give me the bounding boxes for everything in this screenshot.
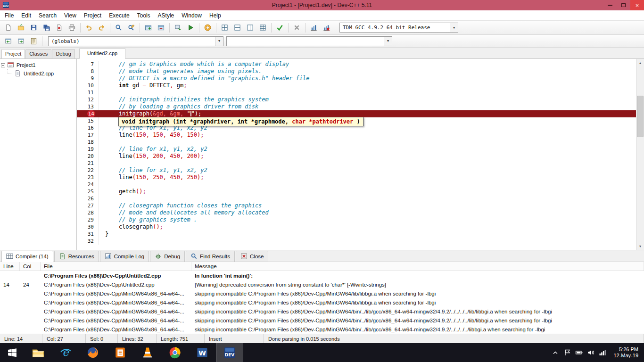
taskbar-app-word[interactable]: W: [189, 343, 216, 362]
save-button[interactable]: [27, 22, 40, 33]
menu-item-view[interactable]: View: [60, 11, 80, 20]
line-number-11[interactable]: 11: [77, 89, 99, 96]
line-number-22[interactable]: 22: [77, 167, 99, 174]
compiler-message-row-4[interactable]: C:\Program Files (x86)\Dev-Cpp\MinGW64\x…: [0, 298, 644, 307]
new-project-button[interactable]: [142, 22, 155, 33]
compiler-message-row-7[interactable]: C:\Program Files (x86)\Dev-Cpp\MinGW64\x…: [0, 325, 644, 334]
code-editor[interactable]: 7 // gm is Graphics mode which is a comp…: [77, 59, 636, 250]
editor-line-23[interactable]: 23 line(150, 250, 450, 250);: [77, 174, 636, 181]
redo-button[interactable]: [95, 22, 108, 33]
menu-item-window[interactable]: Window: [178, 11, 206, 20]
line-number-29[interactable]: 29: [77, 216, 99, 223]
code-text[interactable]: // initgraph initializes the graphics sy…: [103, 96, 269, 103]
breakpoint-marker[interactable]: 14: [87, 110, 95, 117]
battery-icon[interactable]: [575, 349, 583, 356]
compiler-profile-combo[interactable]: TDM-GCC 4.9.2 64-bit Release: [339, 23, 458, 33]
abort-compilation-button[interactable]: [290, 22, 303, 33]
line-number-20[interactable]: 20: [77, 153, 99, 160]
code-text[interactable]: // line for x1, y1, x2, y2: [103, 167, 207, 174]
taskbar-app-chrome[interactable]: [161, 343, 189, 362]
compiler-message-row-5[interactable]: C:\Program Files (x86)\Dev-Cpp\MinGW64\x…: [0, 307, 644, 316]
code-text[interactable]: }: [103, 230, 108, 238]
report-tab-compile-log[interactable]: Compile Log: [100, 251, 149, 262]
project-options-button[interactable]: [256, 22, 269, 33]
line-number-25[interactable]: 25: [77, 188, 99, 195]
editor-line-27[interactable]: 27 // closegraph function closes the gra…: [77, 202, 636, 209]
volume-icon[interactable]: [587, 349, 594, 356]
run-button[interactable]: [184, 22, 197, 33]
compile-and-run-button[interactable]: [201, 22, 214, 33]
editor-line-31[interactable]: 31}: [77, 230, 636, 238]
editor-line-9[interactable]: 9 // DETECT is a macro defined in "graph…: [77, 75, 636, 82]
code-text[interactable]: int gd = DETECT, gm;: [103, 82, 187, 89]
code-text[interactable]: initgraph(&gd, &gm, "");: [103, 110, 201, 117]
taskbar-app-dev-cpp[interactable]: DEV: [216, 343, 243, 362]
line-number-19[interactable]: 19: [77, 146, 99, 153]
line-number-30[interactable]: 30: [77, 223, 99, 230]
chevron-down-icon[interactable]: [384, 37, 392, 46]
close-button[interactable]: [630, 0, 644, 10]
taskbar-app-file-explorer[interactable]: [25, 343, 52, 362]
line-number-15[interactable]: 15: [77, 117, 99, 124]
chevron-down-icon[interactable]: [450, 23, 458, 32]
scroll-up-arrow[interactable]: [636, 59, 644, 66]
code-text[interactable]: [103, 160, 105, 167]
action-center-icon[interactable]: [563, 349, 571, 356]
left-tab-project[interactable]: Project: [1, 49, 25, 58]
code-text[interactable]: [103, 238, 105, 245]
editor-line-24[interactable]: 24: [77, 181, 636, 188]
line-number-10[interactable]: 10: [77, 82, 99, 89]
editor-line-10[interactable]: 10 int gd = DETECT, gm;: [77, 82, 636, 89]
compiler-message-row-1[interactable]: C:\Program Files (x86)\Dev-Cpp\Untitled2…: [0, 271, 644, 280]
menu-item-tools[interactable]: Tools: [133, 11, 154, 20]
menu-item-search[interactable]: Search: [35, 11, 60, 20]
report-tab-debug[interactable]: Debug: [150, 251, 185, 262]
network-icon[interactable]: [599, 349, 606, 356]
code-text[interactable]: // gm is Graphics mode which is a comput…: [103, 61, 289, 68]
open-button[interactable]: [15, 22, 27, 33]
editor-line-21[interactable]: 21: [77, 160, 636, 167]
project-add-button[interactable]: [231, 22, 244, 33]
editor-vertical-scrollbar[interactable]: [636, 59, 644, 250]
syntax-check-button[interactable]: [273, 22, 286, 33]
code-text[interactable]: // DETECT is a macro defined in "graphic…: [103, 75, 309, 82]
left-tab-classes[interactable]: Classes: [25, 49, 51, 58]
line-number-14[interactable]: 14: [77, 110, 99, 117]
line-number-31[interactable]: 31: [77, 230, 99, 238]
editor-line-26[interactable]: 26: [77, 195, 636, 202]
compiler-message-row-3[interactable]: C:\Program Files (x86)\Dev-Cpp\MinGW64\x…: [0, 289, 644, 298]
goto-declaration-button[interactable]: [2, 35, 15, 47]
editor-line-8[interactable]: 8 // mode that generates image using pix…: [77, 68, 636, 75]
report-tab-find-results[interactable]: Find Results: [186, 251, 235, 262]
undo-button[interactable]: [83, 22, 95, 33]
line-number-7[interactable]: 7: [77, 61, 99, 68]
code-text[interactable]: line(150, 150, 450, 150);: [103, 132, 204, 139]
code-text[interactable]: // line for x1, y1, x2, y2: [103, 146, 207, 153]
editor-line-30[interactable]: 30 closegraph();: [77, 223, 636, 230]
delete-profiling-button[interactable]: [320, 22, 333, 33]
rebuild-all-button[interactable]: [218, 22, 231, 33]
code-text[interactable]: [103, 89, 105, 96]
line-number-27[interactable]: 27: [77, 202, 99, 209]
tray-expand-icon[interactable]: [552, 349, 559, 356]
compiler-message-row-6[interactable]: C:\Program Files (x86)\Dev-Cpp\MinGW64\x…: [0, 316, 644, 325]
editor-line-17[interactable]: 17 line(150, 150, 450, 150);: [77, 132, 636, 139]
project-remove-button[interactable]: [244, 22, 256, 33]
line-number-18[interactable]: 18: [77, 139, 99, 146]
line-number-9[interactable]: 9: [77, 75, 99, 82]
code-text[interactable]: // mode and deallocates all memory alloc…: [103, 209, 269, 216]
line-number-13[interactable]: 13: [77, 103, 99, 110]
editor-line-19[interactable]: 19 // line for x1, y1, x2, y2: [77, 146, 636, 153]
code-text[interactable]: getch();: [103, 188, 146, 195]
editor-line-25[interactable]: 25 getch();: [77, 188, 636, 195]
editor-line-18[interactable]: 18: [77, 139, 636, 146]
taskbar-app-vlc[interactable]: [134, 343, 161, 362]
scroll-down-arrow[interactable]: [636, 242, 644, 250]
code-text[interactable]: line(150, 250, 450, 250);: [103, 174, 204, 181]
line-number-12[interactable]: 12: [77, 96, 99, 103]
menu-item-file[interactable]: File: [1, 11, 17, 20]
new-file-button[interactable]: [2, 22, 15, 33]
tree-collapse-icon[interactable]: [1, 63, 5, 67]
code-text[interactable]: // by graphics system .: [103, 216, 197, 223]
taskbar-clock[interactable]: 5:26 PM 12-May-19: [611, 346, 638, 359]
